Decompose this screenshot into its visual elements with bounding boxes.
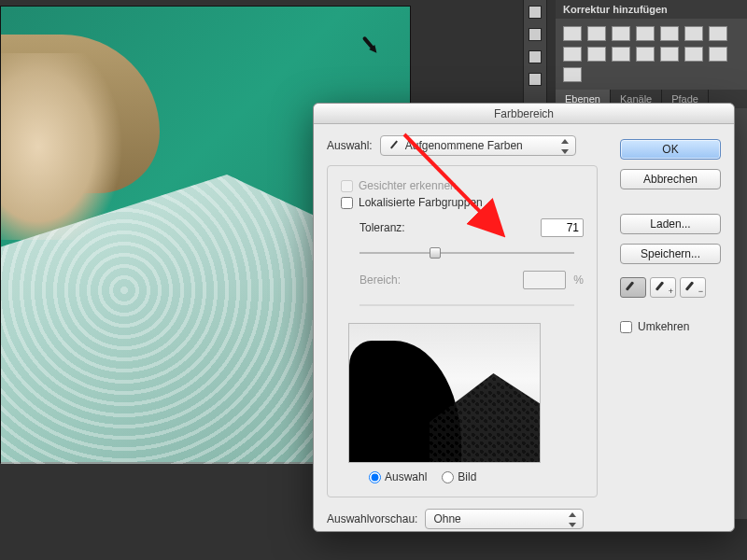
dock-icon[interactable] bbox=[529, 28, 542, 41]
eyedropper-sample-button[interactable] bbox=[620, 277, 646, 298]
invert-checkbox[interactable] bbox=[620, 321, 632, 333]
detect-faces-checkbox bbox=[341, 180, 353, 192]
localized-clusters-label: Lokalisierte Farbgruppen bbox=[359, 196, 483, 209]
ok-button[interactable]: OK bbox=[620, 139, 721, 160]
select-value: Aufgenommene Farben bbox=[405, 139, 523, 152]
slider-thumb[interactable] bbox=[430, 247, 441, 259]
detect-faces-label: Gesichter erkennen bbox=[359, 179, 457, 192]
eyedropper-cursor-icon bbox=[355, 30, 387, 62]
invert-label: Umkehren bbox=[638, 320, 689, 333]
adjust-icon[interactable] bbox=[709, 47, 727, 62]
range-input bbox=[523, 271, 566, 289]
eyedropper-subtract-button[interactable]: − bbox=[680, 277, 706, 298]
load-button[interactable]: Laden... bbox=[620, 214, 721, 234]
save-button[interactable]: Speichern... bbox=[620, 244, 721, 264]
adjust-icon[interactable] bbox=[563, 26, 582, 41]
side-tool-dock bbox=[523, 0, 547, 112]
preview-radio-selection[interactable]: Auswahl bbox=[369, 470, 427, 483]
dock-icon[interactable] bbox=[529, 6, 542, 19]
dropdown-arrows-icon bbox=[568, 512, 577, 527]
tolerance-input[interactable] bbox=[541, 218, 584, 237]
selection-preview bbox=[348, 323, 541, 463]
adjust-icon[interactable] bbox=[563, 67, 582, 82]
adjust-icon[interactable] bbox=[684, 47, 703, 62]
adjust-icon[interactable] bbox=[636, 26, 655, 41]
adjustments-panel-title: Korrektur hinzufügen bbox=[556, 0, 747, 19]
adjust-icon[interactable] bbox=[684, 26, 703, 41]
select-label: Auswahl: bbox=[327, 139, 373, 152]
eyedropper-add-button[interactable]: + bbox=[650, 277, 676, 298]
adjust-icon[interactable] bbox=[587, 47, 606, 62]
tolerance-label: Toleranz: bbox=[359, 221, 434, 234]
adjust-icon[interactable] bbox=[709, 26, 727, 41]
radio-selection[interactable] bbox=[369, 471, 381, 483]
adjust-icon[interactable] bbox=[636, 47, 655, 62]
adjust-icon[interactable] bbox=[612, 47, 630, 62]
cancel-button[interactable]: Abbrechen bbox=[620, 169, 721, 189]
color-range-dialog: Farbbereich Auswahl: Aufgenommene Farben… bbox=[313, 103, 735, 532]
adjust-icon[interactable] bbox=[563, 47, 582, 62]
tolerance-slider[interactable] bbox=[359, 246, 574, 259]
radio-image[interactable] bbox=[442, 471, 454, 483]
dropdown-arrows-icon bbox=[560, 139, 570, 154]
eyedropper-icon bbox=[388, 140, 400, 151]
dock-icon[interactable] bbox=[529, 73, 542, 86]
dock-icon[interactable] bbox=[529, 50, 542, 63]
sampled-colors-select[interactable]: Aufgenommene Farben bbox=[380, 135, 576, 156]
dialog-title: Farbbereich bbox=[314, 104, 734, 124]
eyedropper-group: + − bbox=[620, 277, 721, 298]
selection-preview-value: Ohne bbox=[433, 512, 460, 525]
adjust-icon[interactable] bbox=[660, 26, 679, 41]
localized-clusters-checkbox[interactable] bbox=[341, 197, 353, 209]
preview-radio-image[interactable]: Bild bbox=[442, 470, 476, 483]
options-group: Gesichter erkennen Lokalisierte Farbgrup… bbox=[327, 165, 598, 497]
adjust-icon[interactable] bbox=[587, 26, 606, 41]
selection-preview-label: Auswahlvorschau: bbox=[327, 512, 417, 525]
adjust-icon[interactable] bbox=[660, 47, 679, 62]
adjustments-icons bbox=[556, 19, 747, 90]
range-label: Bereich: bbox=[359, 273, 434, 287]
adjust-icon[interactable] bbox=[612, 26, 630, 41]
range-suffix: % bbox=[573, 273, 584, 287]
selection-preview-select[interactable]: Ohne bbox=[425, 509, 584, 529]
range-slider bbox=[359, 299, 574, 312]
